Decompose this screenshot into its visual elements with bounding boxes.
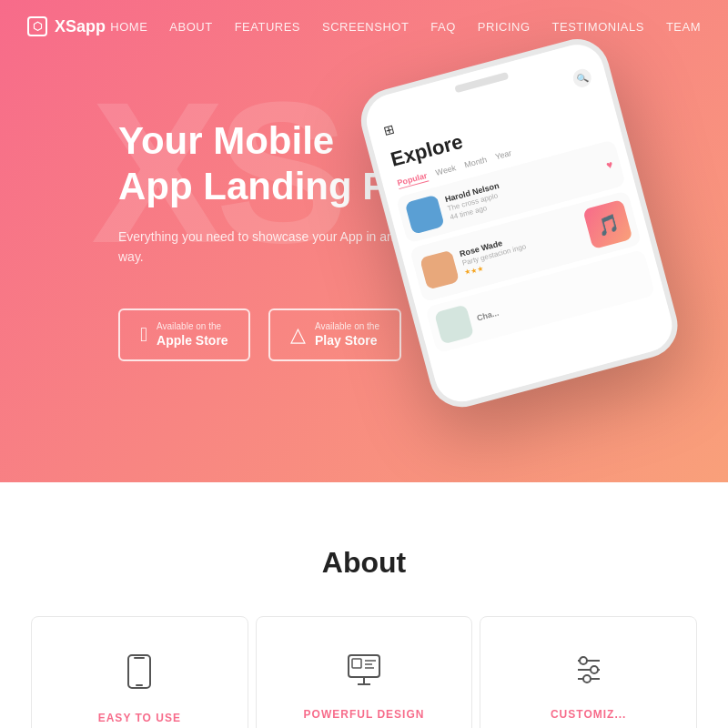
phone-card-avatar-2 xyxy=(420,249,460,289)
phone-card-avatar-3 xyxy=(434,304,474,344)
play-store-name: Play Store xyxy=(315,332,379,349)
customize-icon xyxy=(508,653,669,693)
apple-store-label: Available on the xyxy=(157,321,228,332)
phone-card-avatar-1 xyxy=(405,195,445,235)
about-card-customize: CUSTOMIZ... We build pretty c xyxy=(480,616,697,728)
brand-icon: ⬡ xyxy=(27,16,47,36)
phone-search-icon: 🔍 xyxy=(571,67,593,89)
svg-point-14 xyxy=(591,666,598,673)
navbar: ⬡ XSapp HOME ABOUT FEATURES SCREENSHOT F… xyxy=(0,0,728,53)
about-section: About EASY TO USE We build pretty comple… xyxy=(0,482,728,728)
easy-use-title: EASY TO USE xyxy=(59,712,220,724)
svg-rect-2 xyxy=(134,657,145,659)
nav-faq[interactable]: FAQ xyxy=(430,20,456,34)
nav-team[interactable]: TEAM xyxy=(666,20,701,34)
apple-store-name: Apple Store xyxy=(157,332,228,349)
svg-rect-4 xyxy=(352,659,361,668)
about-card-design: POWERFUL DESIGN We build pretty complex … xyxy=(256,616,473,728)
apple-store-button[interactable]:  Available on the Apple Store xyxy=(118,308,250,361)
about-cards: EASY TO USE We build pretty complex tool… xyxy=(27,616,701,728)
nav-testimonials[interactable]: TESTIMONIALS xyxy=(552,20,644,34)
nav-pricing[interactable]: PRICING xyxy=(478,20,531,34)
about-card-easy: EASY TO USE We build pretty complex tool… xyxy=(31,616,248,728)
phone-grid-icon: ⊞ xyxy=(381,122,396,139)
play-store-label: Available on the xyxy=(315,321,379,332)
hero-section: ⬡ XSapp HOME ABOUT FEATURES SCREENSHOT F… xyxy=(0,0,728,482)
brand-logo[interactable]: ⬡ XSapp xyxy=(27,16,106,36)
phone-card-info-2: Rose Wade Party gestacion ingo ★★★ xyxy=(459,217,584,277)
phone-card-image-2: 🎵 xyxy=(582,199,632,249)
svg-rect-0 xyxy=(128,655,150,688)
nav-home[interactable]: HOME xyxy=(110,20,147,34)
about-title: About xyxy=(27,546,701,580)
nav-screenshot[interactable]: SCREENSHOT xyxy=(322,20,409,34)
nav-features[interactable]: FEATURES xyxy=(235,20,300,34)
brand-name: XSapp xyxy=(55,17,106,36)
phone-icon xyxy=(59,653,220,697)
android-icon: △ xyxy=(290,325,306,345)
customize-title: CUSTOMIZ... xyxy=(508,708,669,721)
apple-icon:  xyxy=(140,325,147,345)
svg-rect-1 xyxy=(136,684,143,686)
nav-menu: HOME ABOUT FEATURES SCREENSHOT FAQ PRICI… xyxy=(110,18,701,35)
phone-mockup-container: ⊞ 🔍 Explore Popular Week Month Year Haro… xyxy=(410,55,728,419)
phone-heart-1: ♥ xyxy=(605,158,615,172)
svg-point-16 xyxy=(583,675,591,682)
play-store-button[interactable]: △ Available on the Play Store xyxy=(268,308,401,361)
design-icon xyxy=(284,653,445,693)
design-title: POWERFUL DESIGN xyxy=(284,708,445,721)
svg-point-12 xyxy=(580,657,587,664)
nav-about[interactable]: ABOUT xyxy=(169,20,212,34)
